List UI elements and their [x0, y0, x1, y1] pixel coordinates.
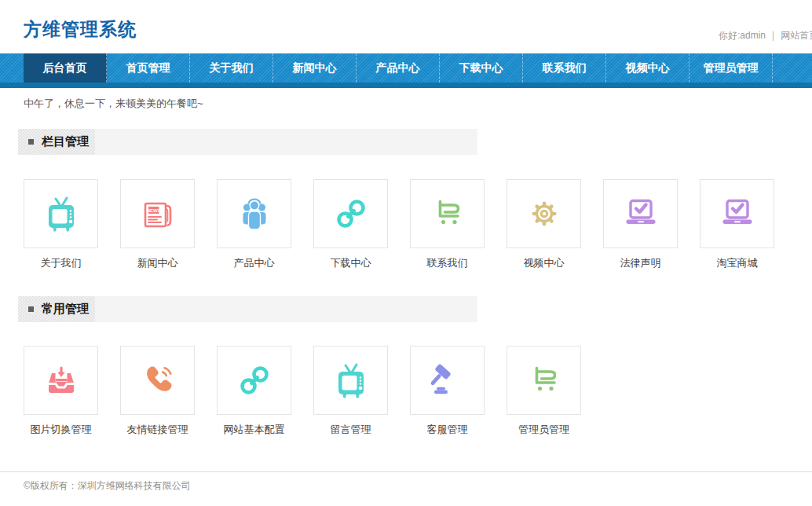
main-nav: 后台首页 首页管理 关于我们 新闻中心 产品中心 下载中心 联系我们 视频中心 … [0, 53, 812, 88]
shortcut-cell: 产品中心 [217, 179, 291, 270]
shortcut-label: 产品中心 [217, 256, 291, 270]
cart-icon [429, 195, 466, 233]
shortcut-cell: 留言管理 [313, 346, 388, 437]
nav-tab-7[interactable]: 联系我们 [523, 53, 606, 82]
nav-tab-label: 后台首页 [43, 61, 87, 74]
shortcut-card[interactable] [217, 179, 291, 248]
cart-icon [525, 361, 563, 399]
card-grid: 关于我们 新闻中心 产品中心 下载中心 联系我们 视频中心 法律 [24, 179, 812, 270]
shortcut-card[interactable] [700, 179, 774, 248]
section-title: 常用管理 [42, 302, 89, 317]
shortcut-label: 下载中心 [313, 256, 388, 270]
nav-accent-strip [0, 82, 812, 88]
nav-tab-8[interactable]: 视频中心 [606, 53, 689, 82]
nav-tab-5[interactable]: 产品中心 [357, 53, 440, 82]
users-icon [236, 195, 273, 233]
sections-host: 栏目管理 关于我们 新闻中心 产品中心 下载中心 联系我们 [0, 129, 812, 437]
shortcut-cell: 新闻中心 [120, 179, 195, 270]
site-home-link[interactable]: 网站首页 [781, 30, 812, 41]
shortcut-label: 网站基本配置 [217, 423, 291, 437]
shortcut-label: 视频中心 [507, 256, 581, 270]
nav-tab-1[interactable]: 后台首页 [24, 53, 107, 82]
app-title: 方维管理系统 [24, 17, 137, 42]
page-header: 方维管理系统 你好:admin|网站首页 [0, 0, 812, 53]
nav-tab-6[interactable]: 下载中心 [440, 53, 523, 82]
shortcut-label: 客服管理 [410, 423, 485, 437]
shortcut-card[interactable] [313, 179, 388, 248]
shortcut-cell: 联系我们 [410, 179, 485, 270]
nav-tab-label: 首页管理 [126, 61, 170, 74]
shortcut-card[interactable] [507, 346, 581, 415]
shortcut-label: 关于我们 [24, 256, 98, 270]
section-title: 栏目管理 [42, 134, 89, 149]
nav-tab-label: 联系我们 [543, 61, 587, 74]
gavel-icon [429, 361, 466, 399]
laptop-check-icon [719, 195, 756, 233]
inbox-download-icon [42, 361, 80, 399]
shortcut-label: 法律声明 [603, 256, 678, 270]
card-grid: 图片切换管理 友情链接管理 网站基本配置 留言管理 客服管理 管理员管理 [24, 346, 812, 437]
shortcut-label: 友情链接管理 [120, 423, 195, 437]
shortcut-card[interactable] [603, 179, 678, 248]
laptop-check-icon [622, 195, 660, 233]
shortcut-label: 联系我们 [410, 256, 485, 270]
copyright-text: ©版权所有：深圳方维网络科技有限公司 [24, 480, 191, 491]
nav-tab-label: 管理员管理 [704, 61, 759, 74]
shortcut-label: 留言管理 [313, 423, 388, 437]
shortcut-card[interactable] [24, 179, 98, 248]
tv-icon [42, 195, 80, 233]
header-user-area: 你好:admin|网站首页 [719, 29, 812, 42]
shortcut-card[interactable] [507, 179, 581, 248]
shortcut-label: 图片切换管理 [24, 423, 98, 437]
nav-tab-label: 产品中心 [376, 61, 420, 74]
link-icon [236, 361, 273, 399]
nav-tab-2[interactable]: 首页管理 [107, 53, 190, 82]
section-header-bar: 栏目管理 [18, 129, 477, 155]
shortcut-card[interactable] [410, 179, 485, 248]
shortcut-cell: 友情链接管理 [120, 346, 195, 437]
shortcut-label: 淘宝商城 [700, 256, 774, 270]
nav-tab-label: 视频中心 [626, 61, 670, 74]
shortcut-card[interactable] [313, 346, 388, 415]
shortcut-card[interactable] [120, 179, 195, 248]
shortcut-cell: 网站基本配置 [217, 346, 291, 437]
shortcut-cell: 客服管理 [410, 346, 485, 437]
link-icon [332, 195, 370, 233]
nav-tab-label: 新闻中心 [293, 61, 337, 74]
user-greeting: 你好:admin [719, 30, 766, 41]
newspaper-icon [139, 195, 177, 233]
square-bullet-icon [28, 139, 34, 145]
header-divider: | [772, 30, 774, 41]
square-bullet-icon [28, 306, 34, 312]
shortcut-cell: 关于我们 [24, 179, 98, 270]
shortcut-cell: 图片切换管理 [24, 346, 98, 437]
shortcut-card[interactable] [24, 346, 98, 415]
shortcut-card[interactable] [120, 346, 195, 415]
phone-icon [139, 361, 177, 399]
gear-icon [525, 195, 563, 233]
shortcut-cell: 法律声明 [603, 179, 678, 270]
nav-tab-9[interactable]: 管理员管理 [689, 53, 773, 82]
shortcut-card[interactable] [217, 346, 291, 415]
nav-tab-label: 关于我们 [210, 61, 254, 74]
shortcut-cell: 视频中心 [507, 179, 581, 270]
nav-tab-4[interactable]: 新闻中心 [273, 53, 357, 82]
shortcut-cell: 管理员管理 [507, 346, 581, 437]
shortcut-card[interactable] [410, 346, 485, 415]
nav-bar: 后台首页 首页管理 关于我们 新闻中心 产品中心 下载中心 联系我们 视频中心 … [0, 53, 812, 82]
tv-icon [332, 361, 370, 399]
page-footer: ©版权所有：深圳方维网络科技有限公司 [0, 471, 812, 493]
nav-tab-3[interactable]: 关于我们 [190, 53, 273, 82]
shortcut-cell: 下载中心 [313, 179, 388, 270]
nav-tab-label: 下载中心 [459, 61, 503, 74]
shortcut-label: 管理员管理 [507, 423, 581, 437]
section: 栏目管理 关于我们 新闻中心 产品中心 下载中心 联系我们 [0, 129, 812, 270]
nav-tabs: 后台首页 首页管理 关于我们 新闻中心 产品中心 下载中心 联系我们 视频中心 … [24, 53, 812, 82]
shortcut-cell: 淘宝商城 [700, 179, 774, 270]
shortcut-label: 新闻中心 [120, 256, 195, 270]
section-header-bar: 常用管理 [18, 296, 477, 322]
welcome-message: 中午了，休息一下，来顿美美的午餐吧~ [24, 97, 812, 110]
section: 常用管理 图片切换管理 友情链接管理 网站基本配置 留言管理 客服管理 [0, 296, 812, 437]
